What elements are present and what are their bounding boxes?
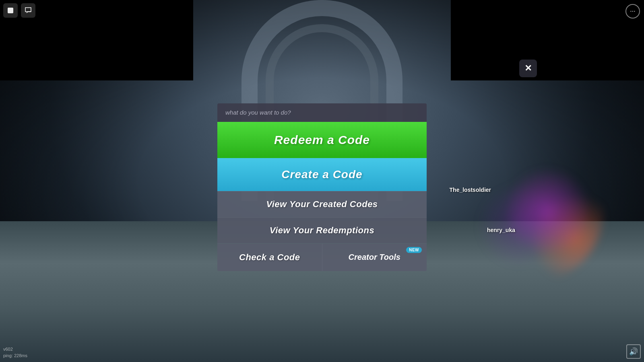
- view-redemptions-label: View Your Redemptions: [270, 225, 374, 236]
- redeem-button-label: Redeem a Code: [274, 133, 370, 147]
- view-codes-button[interactable]: View Your Created Codes: [217, 191, 427, 217]
- view-codes-label: View Your Created Codes: [266, 199, 378, 210]
- close-button[interactable]: ✕: [519, 60, 537, 77]
- view-redemptions-button[interactable]: View Your Redemptions: [217, 217, 427, 243]
- modal-dialog: what do you want to do? Redeem a Code Cr…: [217, 103, 427, 271]
- new-badge: NEW: [406, 247, 422, 253]
- modal-bottom-row: Check a Code Creator Tools NEW: [217, 243, 427, 271]
- create-button-label: Create a Code: [281, 168, 362, 181]
- modal-header-text: what do you want to do?: [225, 109, 291, 116]
- create-button[interactable]: Create a Code: [217, 158, 427, 191]
- creator-tools-button[interactable]: Creator Tools NEW: [322, 244, 427, 271]
- modal-body: Redeem a Code Create a Code View Your Cr…: [217, 122, 427, 271]
- creator-tools-label: Creator Tools: [349, 253, 400, 262]
- modal-overlay: ✕ what do you want to do? Redeem a Code …: [0, 0, 644, 362]
- check-code-button[interactable]: Check a Code: [217, 244, 322, 271]
- redeem-button[interactable]: Redeem a Code: [217, 122, 427, 158]
- modal-header: what do you want to do?: [217, 103, 427, 122]
- check-code-label: Check a Code: [239, 252, 300, 263]
